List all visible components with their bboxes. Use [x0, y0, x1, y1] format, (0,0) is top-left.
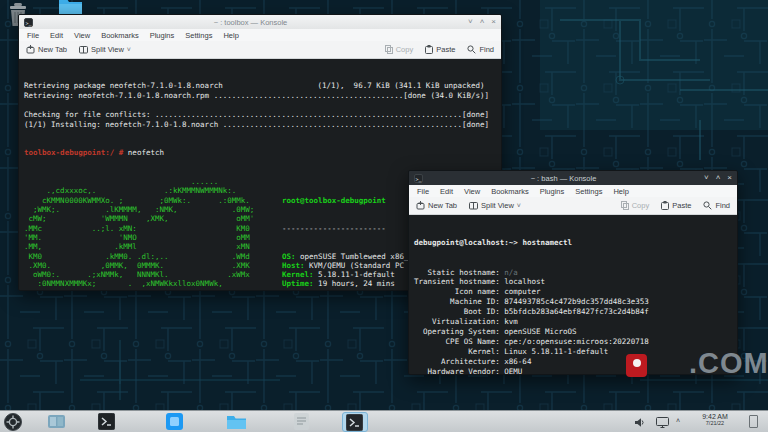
- chevron-down-icon: ˅: [517, 202, 521, 209]
- zypper-output: Retrieving package neofetch-7.1.0-1.8.no…: [24, 81, 501, 129]
- split-view-button[interactable]: Split View ˅: [79, 45, 131, 54]
- application-launcher-icon: [4, 413, 22, 431]
- menu-help[interactable]: Help: [613, 187, 628, 196]
- search-icon: [467, 45, 476, 54]
- paste-button[interactable]: Paste: [425, 45, 455, 54]
- folder-icon: [227, 414, 246, 429]
- hostnamectl-row: Operating System: openSUSE MicroOS: [414, 327, 737, 337]
- menu-bookmarks[interactable]: Bookmarks: [101, 31, 139, 40]
- find-button[interactable]: Find: [703, 201, 730, 210]
- minimize-button[interactable]: ˅: [468, 18, 473, 26]
- hostnamectl-row: CPE OS Name: cpe:/o:opensuse:microos:202…: [414, 337, 737, 347]
- menu-edit[interactable]: Edit: [50, 31, 63, 40]
- taskbar-item-file-manager[interactable]: [227, 414, 246, 429]
- menu-help[interactable]: Help: [223, 31, 238, 40]
- konsole-app-icon: >_: [414, 174, 423, 183]
- close-button[interactable]: ×: [727, 174, 732, 182]
- pager-icon: [48, 415, 65, 428]
- menu-bar: File Edit View Bookmarks Plugins Setting…: [409, 185, 737, 197]
- debugpoint-logo: [626, 354, 647, 377]
- expand-tray-icon[interactable]: ˄: [676, 417, 680, 424]
- menu-bar: File Edit View Bookmarks Plugins Setting…: [19, 29, 501, 41]
- hostnamectl-row: Boot ID: b5bfdcb283a64ebf8427fc73c2d4b84…: [414, 307, 737, 317]
- konsole-app-icon: >_: [24, 18, 33, 27]
- new-tab-icon: [416, 201, 425, 210]
- software-app-icon: [166, 413, 183, 430]
- menu-edit[interactable]: Edit: [440, 187, 453, 196]
- konsole-window-bash[interactable]: >_ ~ : bash — Konsole ˅ ˄ × File Edit Vi…: [408, 170, 738, 375]
- search-icon: [703, 201, 712, 210]
- menu-file[interactable]: File: [27, 31, 39, 40]
- paste-icon: [425, 45, 433, 54]
- tool-bar: New Tab Split View ˅ Copy Paste Find: [19, 41, 501, 59]
- new-tab-button[interactable]: New Tab: [26, 45, 67, 54]
- new-tab-icon: [26, 45, 35, 54]
- split-view-button[interactable]: Split View ˅: [469, 201, 521, 210]
- copy-button[interactable]: Copy: [385, 45, 414, 54]
- prompt-line: debugpoint@localhost:~> hostnamectl: [414, 238, 737, 248]
- find-button[interactable]: Find: [467, 45, 494, 54]
- menu-view[interactable]: View: [74, 31, 90, 40]
- titlebar[interactable]: >_ ~ : bash — Konsole ˅ ˄ ×: [409, 171, 737, 185]
- copy-icon: [621, 201, 629, 210]
- menu-file[interactable]: File: [417, 187, 429, 196]
- volume-icon[interactable]: [634, 417, 645, 428]
- pager-widget[interactable]: [48, 415, 65, 428]
- prompt-line: toolbox-debugpoint:/ # neofetch: [24, 148, 501, 158]
- hostnamectl-row: Virtualization: kvm: [414, 317, 737, 327]
- clock-date: 7/21/22: [686, 420, 744, 426]
- display-icon[interactable]: [656, 417, 669, 428]
- clock[interactable]: 9:42 AM 7/21/22: [686, 413, 744, 426]
- konsole-icon: [346, 414, 363, 431]
- menu-plugins[interactable]: Plugins: [150, 31, 175, 40]
- taskbar: ˄ 9:42 AM 7/21/22: [0, 410, 768, 432]
- show-desktop-button[interactable]: [749, 415, 758, 428]
- copy-icon: [385, 45, 393, 54]
- tool-bar: New Tab Split View ˅ Copy Paste Find: [409, 197, 737, 215]
- hostnamectl-row: Icon name: computer: [414, 287, 737, 297]
- application-launcher-button[interactable]: [4, 413, 22, 431]
- maximize-button[interactable]: ˄: [716, 174, 721, 182]
- split-view-icon: [79, 45, 88, 54]
- taskbar-item-text-editor[interactable]: [294, 413, 309, 430]
- minimize-button[interactable]: ˅: [704, 174, 709, 182]
- close-button[interactable]: ×: [491, 18, 496, 26]
- menu-settings[interactable]: Settings: [185, 31, 212, 40]
- hostnamectl-row: Transient hostname: localhost: [414, 277, 737, 287]
- menu-bookmarks[interactable]: Bookmarks: [491, 187, 529, 196]
- watermark-text: .COM: [689, 347, 768, 380]
- clock-time: 9:42 AM: [686, 413, 744, 420]
- window-title: ~ : toolbox — Konsole: [37, 18, 464, 27]
- document-icon: [294, 413, 309, 430]
- copy-button[interactable]: Copy: [621, 201, 650, 210]
- split-view-icon: [469, 201, 478, 210]
- menu-settings[interactable]: Settings: [575, 187, 602, 196]
- konsole-icon: [98, 413, 115, 430]
- menu-view[interactable]: View: [464, 187, 480, 196]
- neofetch-ascii-logo: ...... .,cdxxxoc,. .:kKMMMNWMMMNk:. cKMM…: [24, 177, 282, 290]
- terminal-output-bash[interactable]: debugpoint@localhost:~> hostnamectl Stat…: [409, 215, 737, 374]
- taskbar-item-software[interactable]: [166, 413, 183, 430]
- taskbar-item-konsole-active[interactable]: [342, 412, 368, 432]
- chevron-down-icon: ˅: [127, 46, 131, 53]
- window-title: ~ : bash — Konsole: [427, 174, 700, 183]
- menu-plugins[interactable]: Plugins: [540, 187, 565, 196]
- desktop: >_ ~ : toolbox — Konsole ˅ ˄ × File Edit…: [0, 0, 768, 432]
- maximize-button[interactable]: ˄: [480, 18, 485, 26]
- taskbar-item-konsole[interactable]: [98, 413, 115, 430]
- hostnamectl-row: Static hostname: n/a: [414, 268, 737, 278]
- paste-icon: [661, 201, 669, 210]
- hostnamectl-row: Machine ID: 874493785c4c472b9dc357dd48c3…: [414, 297, 737, 307]
- titlebar[interactable]: >_ ~ : toolbox — Konsole ˅ ˄ ×: [19, 15, 501, 29]
- new-tab-button[interactable]: New Tab: [416, 201, 457, 210]
- paste-button[interactable]: Paste: [661, 201, 691, 210]
